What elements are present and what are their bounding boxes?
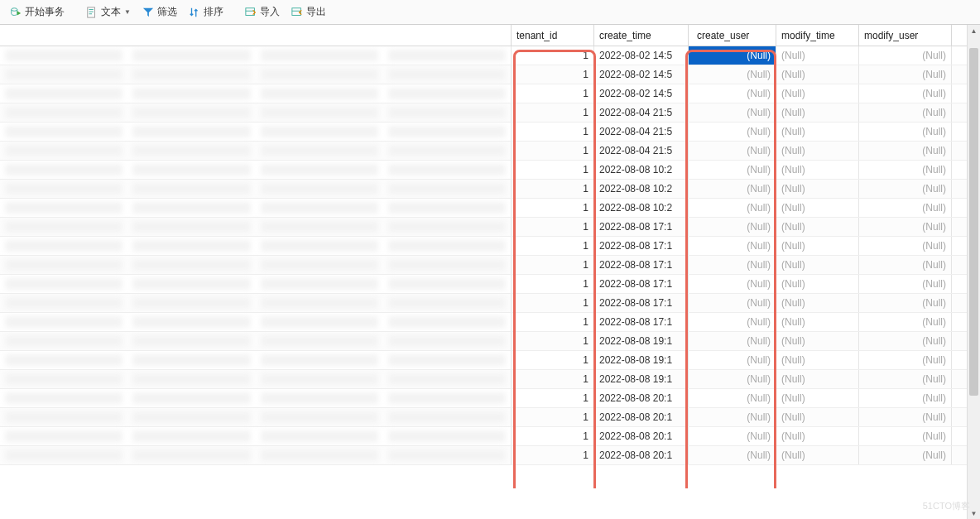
cell-tenant-id[interactable]: 1	[512, 408, 594, 426]
table-row[interactable]: 12022-08-08 17:1(Null)(Null)(Null)	[0, 275, 980, 294]
cell-modify-time[interactable]: (Null)	[776, 275, 859, 293]
cell-modify-time[interactable]: (Null)	[776, 427, 859, 445]
table-row[interactable]: 12022-08-08 17:1(Null)(Null)(Null)	[0, 237, 980, 256]
cell-create-user[interactable]: (Null)	[689, 123, 776, 141]
table-row[interactable]: 12022-08-08 17:1(Null)(Null)(Null)	[0, 256, 980, 275]
table-row[interactable]: 12022-08-04 21:5(Null)(Null)(Null)	[0, 142, 980, 161]
cell-create-time[interactable]: 2022-08-08 20:1	[594, 427, 689, 445]
cell-modify-time[interactable]: (Null)	[776, 313, 859, 331]
cell-modify-user[interactable]: (Null)	[859, 275, 952, 293]
cell-modify-time[interactable]: (Null)	[776, 123, 859, 141]
cell-create-time[interactable]: 2022-08-08 17:1	[594, 218, 689, 236]
cell-modify-user[interactable]: (Null)	[859, 370, 952, 388]
table-row[interactable]: 12022-08-08 20:1(Null)(Null)(Null)	[0, 408, 980, 427]
cell-modify-time[interactable]: (Null)	[776, 65, 859, 84]
cell-tenant-id[interactable]: 1	[512, 161, 594, 179]
cell-create-user[interactable]: (Null)	[689, 351, 776, 369]
table-row[interactable]: 12022-08-02 14:5(Null)(Null)(Null)	[0, 65, 980, 84]
cell-create-user[interactable]: (Null)	[689, 389, 776, 407]
cell-modify-user[interactable]: (Null)	[859, 351, 952, 369]
cell-create-user[interactable]: (Null)	[689, 313, 776, 331]
col-header-create-user[interactable]: create_user	[689, 25, 776, 46]
cell-modify-time[interactable]: (Null)	[776, 237, 859, 255]
col-header-create-time[interactable]: create_time	[594, 25, 689, 46]
cell-tenant-id[interactable]: 1	[512, 275, 594, 293]
cell-modify-user[interactable]: (Null)	[859, 142, 952, 160]
cell-create-user[interactable]: (Null)	[689, 142, 776, 160]
table-row[interactable]: 12022-08-08 17:1(Null)(Null)(Null)	[0, 218, 980, 237]
col-header-modify-user[interactable]: modify_user	[859, 25, 952, 46]
cell-modify-user[interactable]: (Null)	[859, 218, 952, 236]
scroll-thumb[interactable]	[969, 48, 978, 396]
table-row[interactable]: 12022-08-04 21:5(Null)(Null)(Null)	[0, 123, 980, 142]
import-button[interactable]: 导入	[240, 2, 285, 22]
cell-modify-user[interactable]: (Null)	[859, 65, 952, 84]
cell-create-user[interactable]: (Null)	[689, 84, 776, 103]
cell-create-time[interactable]: 2022-08-08 10:2	[594, 161, 689, 179]
cell-create-user[interactable]: (Null)	[689, 256, 776, 274]
cell-create-time[interactable]: 2022-08-08 10:2	[594, 199, 689, 217]
cell-create-user[interactable]: (Null)	[689, 370, 776, 388]
cell-modify-user[interactable]: (Null)	[859, 427, 952, 445]
col-header-tenant-id[interactable]: tenant_id	[512, 25, 594, 46]
table-row[interactable]: 12022-08-08 17:1(Null)(Null)(Null)	[0, 313, 980, 332]
cell-modify-time[interactable]: (Null)	[776, 408, 859, 426]
cell-modify-user[interactable]: (Null)	[859, 256, 952, 274]
cell-tenant-id[interactable]: 1	[512, 180, 594, 198]
cell-create-time[interactable]: 2022-08-02 14:5	[594, 46, 689, 65]
sort-button[interactable]: 排序	[184, 2, 228, 22]
cell-modify-time[interactable]: (Null)	[776, 256, 859, 274]
cell-modify-user[interactable]: (Null)	[859, 408, 952, 426]
cell-create-user[interactable]: (Null)	[689, 180, 776, 198]
table-row[interactable]: 12022-08-04 21:5(Null)(Null)(Null)	[0, 103, 980, 123]
cell-create-time[interactable]: 2022-08-08 19:1	[594, 332, 689, 350]
cell-create-user[interactable]: (Null)	[689, 332, 776, 350]
cell-tenant-id[interactable]: 1	[512, 446, 594, 464]
cell-modify-time[interactable]: (Null)	[776, 351, 859, 369]
cell-modify-time[interactable]: (Null)	[776, 46, 859, 65]
cell-modify-time[interactable]: (Null)	[776, 294, 859, 312]
cell-create-user[interactable]: (Null)	[689, 46, 776, 65]
filter-button[interactable]: 筛选	[137, 2, 182, 22]
cell-modify-time[interactable]: (Null)	[776, 161, 859, 179]
cell-tenant-id[interactable]: 1	[512, 65, 594, 84]
cell-create-time[interactable]: 2022-08-08 20:1	[594, 389, 689, 407]
vertical-scrollbar[interactable]: ▲ ▼	[967, 25, 980, 519]
cell-create-time[interactable]: 2022-08-04 21:5	[594, 103, 689, 122]
scroll-up-arrow-icon[interactable]: ▲	[968, 25, 980, 36]
cell-tenant-id[interactable]: 1	[512, 199, 594, 217]
table-row[interactable]: 12022-08-08 20:1(Null)(Null)(Null)	[0, 389, 980, 408]
cell-tenant-id[interactable]: 1	[512, 142, 594, 160]
cell-create-time[interactable]: 2022-08-04 21:5	[594, 123, 689, 141]
cell-modify-user[interactable]: (Null)	[859, 161, 952, 179]
table-row[interactable]: 12022-08-08 10:2(Null)(Null)(Null)	[0, 161, 980, 180]
cell-create-time[interactable]: 2022-08-02 14:5	[594, 84, 689, 103]
col-header-hidden[interactable]	[0, 25, 512, 46]
cell-create-user[interactable]: (Null)	[689, 65, 776, 84]
cell-modify-time[interactable]: (Null)	[776, 389, 859, 407]
cell-create-time[interactable]: 2022-08-08 17:1	[594, 256, 689, 274]
table-row[interactable]: 12022-08-02 14:5(Null)(Null)(Null)	[0, 84, 980, 103]
cell-tenant-id[interactable]: 1	[512, 256, 594, 274]
cell-create-time[interactable]: 2022-08-08 10:2	[594, 180, 689, 198]
cell-tenant-id[interactable]: 1	[512, 84, 594, 103]
cell-modify-time[interactable]: (Null)	[776, 332, 859, 350]
cell-tenant-id[interactable]: 1	[512, 427, 594, 445]
cell-create-user[interactable]: (Null)	[689, 237, 776, 255]
table-row[interactable]: 12022-08-08 17:1(Null)(Null)(Null)	[0, 294, 980, 313]
cell-create-user[interactable]: (Null)	[689, 427, 776, 445]
cell-create-time[interactable]: 2022-08-08 17:1	[594, 313, 689, 331]
cell-modify-user[interactable]: (Null)	[859, 180, 952, 198]
table-row[interactable]: 12022-08-08 19:1(Null)(Null)(Null)	[0, 351, 980, 370]
cell-modify-user[interactable]: (Null)	[859, 123, 952, 141]
cell-create-time[interactable]: 2022-08-08 20:1	[594, 446, 689, 464]
cell-create-user[interactable]: (Null)	[689, 446, 776, 464]
cell-tenant-id[interactable]: 1	[512, 313, 594, 331]
cell-create-time[interactable]: 2022-08-02 14:5	[594, 65, 689, 84]
cell-modify-user[interactable]: (Null)	[859, 103, 952, 122]
cell-modify-time[interactable]: (Null)	[776, 180, 859, 198]
table-row[interactable]: 12022-08-08 10:2(Null)(Null)(Null)	[0, 180, 980, 199]
cell-tenant-id[interactable]: 1	[512, 370, 594, 388]
begin-transaction-button[interactable]: 开始事务	[5, 2, 70, 22]
table-row[interactable]: 12022-08-08 10:2(Null)(Null)(Null)	[0, 199, 980, 218]
